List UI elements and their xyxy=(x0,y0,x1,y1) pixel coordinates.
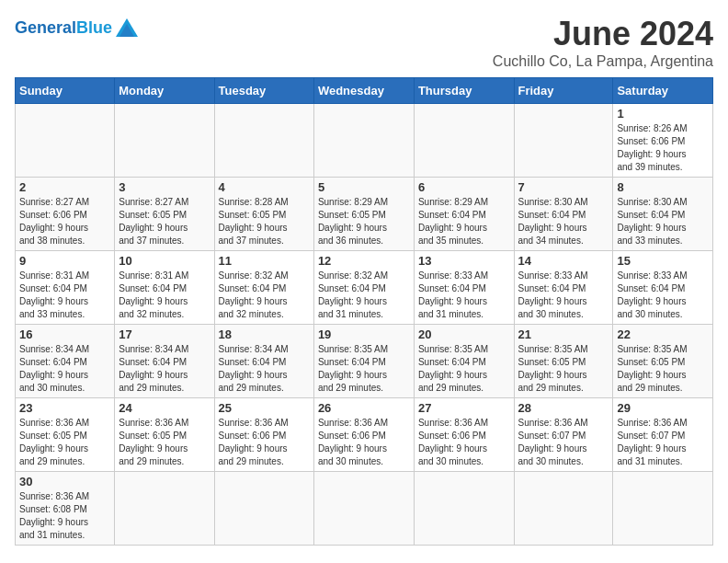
day-number: 3 xyxy=(119,180,210,194)
calendar-cell: 6Sunrise: 8:29 AM Sunset: 6:04 PM Daylig… xyxy=(414,178,514,251)
calendar-cell: 7Sunrise: 8:30 AM Sunset: 6:04 PM Daylig… xyxy=(514,178,613,251)
month-title: June 2024 xyxy=(493,15,713,53)
calendar-cell: 26Sunrise: 8:36 AM Sunset: 6:06 PM Dayli… xyxy=(313,398,414,472)
day-number: 19 xyxy=(318,327,410,341)
day-number: 11 xyxy=(219,254,310,268)
cell-content: Sunrise: 8:30 AM Sunset: 6:04 PM Dayligh… xyxy=(518,196,609,247)
calendar-header-row: SundayMondayTuesdayWednesdayThursdayFrid… xyxy=(16,78,713,104)
cell-content: Sunrise: 8:36 AM Sunset: 6:05 PM Dayligh… xyxy=(19,417,110,468)
calendar-cell: 30Sunrise: 8:36 AM Sunset: 6:08 PM Dayli… xyxy=(16,472,115,546)
calendar-cell: 3Sunrise: 8:27 AM Sunset: 6:05 PM Daylig… xyxy=(115,178,214,251)
calendar-week-row: 9Sunrise: 8:31 AM Sunset: 6:04 PM Daylig… xyxy=(16,251,713,325)
logo-blue: Blue xyxy=(76,18,112,37)
cell-content: Sunrise: 8:31 AM Sunset: 6:04 PM Dayligh… xyxy=(119,270,210,321)
calendar-cell: 20Sunrise: 8:35 AM Sunset: 6:04 PM Dayli… xyxy=(414,325,514,398)
calendar-cell: 10Sunrise: 8:31 AM Sunset: 6:04 PM Dayli… xyxy=(115,251,214,325)
page-header: GeneralBlue June 2024 Cuchillo Co, La Pa… xyxy=(15,15,713,70)
calendar-cell: 13Sunrise: 8:33 AM Sunset: 6:04 PM Dayli… xyxy=(414,251,514,325)
calendar-cell: 9Sunrise: 8:31 AM Sunset: 6:04 PM Daylig… xyxy=(16,251,115,325)
day-number: 24 xyxy=(119,401,210,415)
cell-content: Sunrise: 8:30 AM Sunset: 6:04 PM Dayligh… xyxy=(617,196,709,247)
cell-content: Sunrise: 8:36 AM Sunset: 6:08 PM Dayligh… xyxy=(19,490,110,542)
title-section: June 2024 Cuchillo Co, La Pampa, Argenti… xyxy=(493,15,713,70)
calendar-cell: 28Sunrise: 8:36 AM Sunset: 6:07 PM Dayli… xyxy=(514,398,613,472)
calendar-cell: 25Sunrise: 8:36 AM Sunset: 6:06 PM Dayli… xyxy=(214,398,313,472)
day-number: 27 xyxy=(418,401,510,415)
day-number: 9 xyxy=(19,254,110,268)
calendar-cell xyxy=(414,104,514,178)
calendar-cell xyxy=(115,472,214,546)
cell-content: Sunrise: 8:35 AM Sunset: 6:05 PM Dayligh… xyxy=(617,343,709,395)
cell-content: Sunrise: 8:35 AM Sunset: 6:04 PM Dayligh… xyxy=(418,343,510,395)
calendar-week-row: 23Sunrise: 8:36 AM Sunset: 6:05 PM Dayli… xyxy=(16,398,713,472)
calendar-cell: 18Sunrise: 8:34 AM Sunset: 6:04 PM Dayli… xyxy=(214,325,313,398)
day-header-tuesday: Tuesday xyxy=(214,78,313,104)
calendar-cell: 23Sunrise: 8:36 AM Sunset: 6:05 PM Dayli… xyxy=(16,398,115,472)
cell-content: Sunrise: 8:29 AM Sunset: 6:05 PM Dayligh… xyxy=(318,196,410,247)
day-number: 18 xyxy=(219,327,310,341)
calendar-cell: 8Sunrise: 8:30 AM Sunset: 6:04 PM Daylig… xyxy=(613,178,713,251)
day-number: 22 xyxy=(617,327,709,341)
day-number: 21 xyxy=(518,327,609,341)
cell-content: Sunrise: 8:33 AM Sunset: 6:04 PM Dayligh… xyxy=(617,270,709,321)
cell-content: Sunrise: 8:34 AM Sunset: 6:04 PM Dayligh… xyxy=(119,343,210,395)
calendar-cell: 27Sunrise: 8:36 AM Sunset: 6:06 PM Dayli… xyxy=(414,398,514,472)
day-number: 17 xyxy=(119,327,210,341)
cell-content: Sunrise: 8:34 AM Sunset: 6:04 PM Dayligh… xyxy=(219,343,310,395)
day-number: 14 xyxy=(518,254,609,268)
calendar-cell: 29Sunrise: 8:36 AM Sunset: 6:07 PM Dayli… xyxy=(613,398,713,472)
logo: GeneralBlue xyxy=(15,15,140,40)
day-number: 29 xyxy=(617,401,709,415)
cell-content: Sunrise: 8:36 AM Sunset: 6:06 PM Dayligh… xyxy=(219,417,310,468)
calendar-cell xyxy=(16,104,115,178)
calendar-week-row: 2Sunrise: 8:27 AM Sunset: 6:06 PM Daylig… xyxy=(16,178,713,251)
calendar-cell: 5Sunrise: 8:29 AM Sunset: 6:05 PM Daylig… xyxy=(313,178,414,251)
calendar-cell: 1Sunrise: 8:26 AM Sunset: 6:06 PM Daylig… xyxy=(613,104,713,178)
calendar-week-row: 1Sunrise: 8:26 AM Sunset: 6:06 PM Daylig… xyxy=(16,104,713,178)
calendar-cell xyxy=(414,472,514,546)
cell-content: Sunrise: 8:32 AM Sunset: 6:04 PM Dayligh… xyxy=(219,270,310,321)
cell-content: Sunrise: 8:26 AM Sunset: 6:06 PM Dayligh… xyxy=(617,122,709,174)
calendar-table: SundayMondayTuesdayWednesdayThursdayFrid… xyxy=(15,77,713,546)
day-number: 25 xyxy=(219,401,310,415)
calendar-cell xyxy=(613,472,713,546)
calendar-week-row: 16Sunrise: 8:34 AM Sunset: 6:04 PM Dayli… xyxy=(16,325,713,398)
day-number: 12 xyxy=(318,254,410,268)
cell-content: Sunrise: 8:28 AM Sunset: 6:05 PM Dayligh… xyxy=(219,196,310,247)
day-number: 4 xyxy=(219,180,310,194)
cell-content: Sunrise: 8:36 AM Sunset: 6:07 PM Dayligh… xyxy=(617,417,709,468)
cell-content: Sunrise: 8:36 AM Sunset: 6:06 PM Dayligh… xyxy=(318,417,410,468)
day-number: 28 xyxy=(518,401,609,415)
location: Cuchillo Co, La Pampa, Argentina xyxy=(493,53,713,70)
day-number: 20 xyxy=(418,327,510,341)
calendar-cell: 22Sunrise: 8:35 AM Sunset: 6:05 PM Dayli… xyxy=(613,325,713,398)
cell-content: Sunrise: 8:31 AM Sunset: 6:04 PM Dayligh… xyxy=(19,270,110,321)
calendar-cell: 19Sunrise: 8:35 AM Sunset: 6:04 PM Dayli… xyxy=(313,325,414,398)
day-header-sunday: Sunday xyxy=(16,78,115,104)
calendar-cell: 11Sunrise: 8:32 AM Sunset: 6:04 PM Dayli… xyxy=(214,251,313,325)
calendar-cell: 21Sunrise: 8:35 AM Sunset: 6:05 PM Dayli… xyxy=(514,325,613,398)
day-number: 30 xyxy=(19,475,110,488)
day-header-wednesday: Wednesday xyxy=(313,78,414,104)
calendar-cell xyxy=(214,104,313,178)
cell-content: Sunrise: 8:35 AM Sunset: 6:04 PM Dayligh… xyxy=(318,343,410,395)
day-number: 7 xyxy=(518,180,609,194)
logo-text: GeneralBlue xyxy=(15,19,112,36)
calendar-cell: 15Sunrise: 8:33 AM Sunset: 6:04 PM Dayli… xyxy=(613,251,713,325)
day-number: 26 xyxy=(318,401,410,415)
calendar-cell xyxy=(514,104,613,178)
cell-content: Sunrise: 8:36 AM Sunset: 6:07 PM Dayligh… xyxy=(518,417,609,468)
day-number: 6 xyxy=(418,180,510,194)
cell-content: Sunrise: 8:36 AM Sunset: 6:05 PM Dayligh… xyxy=(119,417,210,468)
cell-content: Sunrise: 8:33 AM Sunset: 6:04 PM Dayligh… xyxy=(418,270,510,321)
day-header-monday: Monday xyxy=(115,78,214,104)
day-number: 2 xyxy=(19,180,110,194)
cell-content: Sunrise: 8:29 AM Sunset: 6:04 PM Dayligh… xyxy=(418,196,510,247)
cell-content: Sunrise: 8:36 AM Sunset: 6:06 PM Dayligh… xyxy=(418,417,510,468)
day-number: 16 xyxy=(19,327,110,341)
calendar-cell: 4Sunrise: 8:28 AM Sunset: 6:05 PM Daylig… xyxy=(214,178,313,251)
cell-content: Sunrise: 8:27 AM Sunset: 6:05 PM Dayligh… xyxy=(119,196,210,247)
day-header-saturday: Saturday xyxy=(613,78,713,104)
day-number: 13 xyxy=(418,254,510,268)
calendar-cell xyxy=(514,472,613,546)
